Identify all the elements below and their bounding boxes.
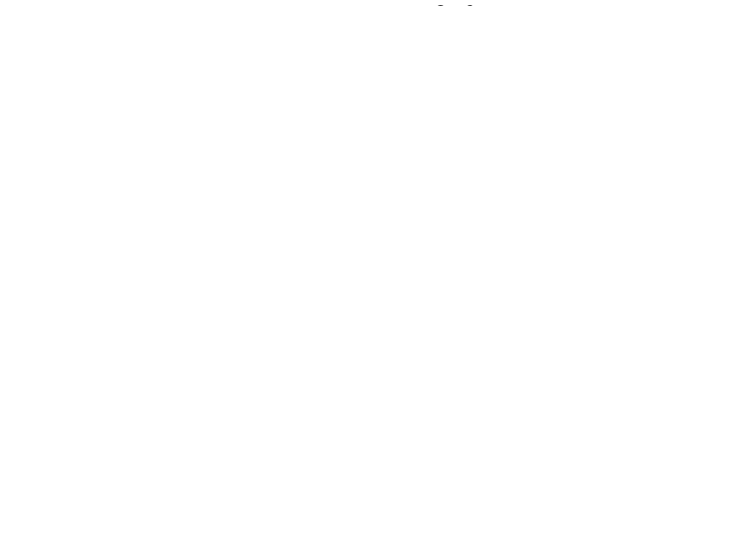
step2-label: Step 2: [435, 3, 474, 6]
